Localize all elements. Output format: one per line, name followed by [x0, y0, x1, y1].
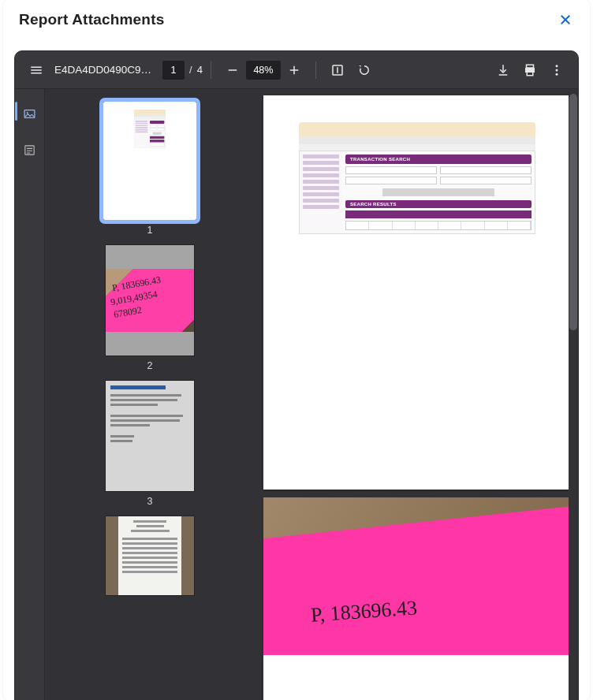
minus-icon	[226, 63, 240, 77]
page-2: P, 183696.43	[263, 497, 571, 700]
print-icon	[523, 63, 537, 77]
modal-title: Report Attachments	[19, 11, 164, 28]
pdf-viewer: E4DA4DD0490C9… / 4	[14, 50, 579, 700]
plus-icon	[287, 63, 301, 77]
print-button[interactable]	[517, 57, 543, 84]
svg-rect-0	[31, 66, 42, 68]
thumbnail-number: 1	[147, 225, 153, 236]
svg-rect-1	[31, 69, 42, 71]
rotate-button[interactable]	[351, 57, 378, 84]
separator	[211, 61, 211, 79]
thumbnail-image	[106, 381, 194, 491]
svg-point-12	[556, 69, 558, 71]
svg-rect-14	[24, 110, 35, 117]
svg-rect-8	[527, 65, 534, 68]
page-separator: /	[189, 64, 192, 76]
sidebar-rail	[15, 89, 45, 700]
page-number-input[interactable]	[162, 61, 185, 80]
outline-icon	[23, 143, 36, 157]
hamburger-icon	[29, 63, 43, 77]
image-icon	[23, 107, 36, 121]
download-button[interactable]	[490, 57, 517, 84]
menu-button[interactable]	[23, 57, 50, 84]
scrollbar-thumb[interactable]	[569, 94, 577, 330]
thumbnail-4[interactable]	[106, 516, 194, 595]
zoom-out-button[interactable]	[219, 57, 246, 84]
rail-active-indicator	[15, 102, 17, 121]
page-view: TRANSACTION SEARCH SEARCH RESULTS	[255, 89, 578, 700]
scrollbar[interactable]	[569, 89, 578, 700]
thumbnail-number: 2	[147, 360, 153, 371]
fit-page-button[interactable]	[324, 57, 351, 84]
svg-rect-5	[293, 65, 295, 74]
close-button[interactable]	[557, 11, 574, 28]
zoom-in-button[interactable]	[281, 57, 308, 84]
thumbnail-3[interactable]: 3	[106, 381, 194, 507]
page-scroll[interactable]: TRANSACTION SEARCH SEARCH RESULTS	[255, 89, 578, 700]
page-total: 4	[197, 64, 203, 76]
more-vert-icon	[550, 63, 564, 77]
filename-label: E4DA4DD0490C9…	[54, 64, 151, 76]
svg-rect-3	[229, 69, 237, 71]
rotate-icon	[357, 63, 371, 77]
outline-tab[interactable]	[20, 140, 40, 160]
report-attachments-modal: Report Attachments E4DA4DD0490C9… / 4	[3, 0, 590, 700]
close-icon	[558, 13, 572, 27]
thumbnail-number: 3	[147, 496, 153, 507]
thumbnail-panel[interactable]: 1 P, 183696.43 9,019,49354 678092 2	[45, 89, 255, 700]
fit-page-icon	[330, 63, 345, 77]
thumbnail-image	[106, 516, 194, 595]
svg-point-11	[556, 65, 558, 67]
more-button[interactable]	[543, 57, 570, 84]
viewer-container: E4DA4DD0490C9… / 4	[3, 39, 590, 700]
download-icon	[496, 63, 510, 77]
svg-rect-7	[499, 74, 508, 76]
thumbnails-tab[interactable]	[20, 103, 40, 124]
thumbnail-1[interactable]: 1	[103, 102, 196, 236]
thumbnail-image: P, 183696.43 9,019,49354 678092	[106, 245, 194, 356]
page-1: TRANSACTION SEARCH SEARCH RESULTS	[263, 95, 571, 490]
modal-header: Report Attachments	[3, 0, 590, 36]
pdf-toolbar: E4DA4DD0490C9… / 4	[15, 51, 578, 89]
thumbnail-image	[103, 102, 196, 220]
zoom-input[interactable]	[246, 61, 281, 80]
svg-rect-2	[31, 73, 42, 74]
viewer-body: 1 P, 183696.43 9,019,49354 678092 2	[15, 89, 578, 700]
thumbnail-2[interactable]: P, 183696.43 9,019,49354 678092 2	[106, 245, 194, 371]
separator	[315, 61, 316, 79]
svg-point-13	[556, 73, 558, 75]
